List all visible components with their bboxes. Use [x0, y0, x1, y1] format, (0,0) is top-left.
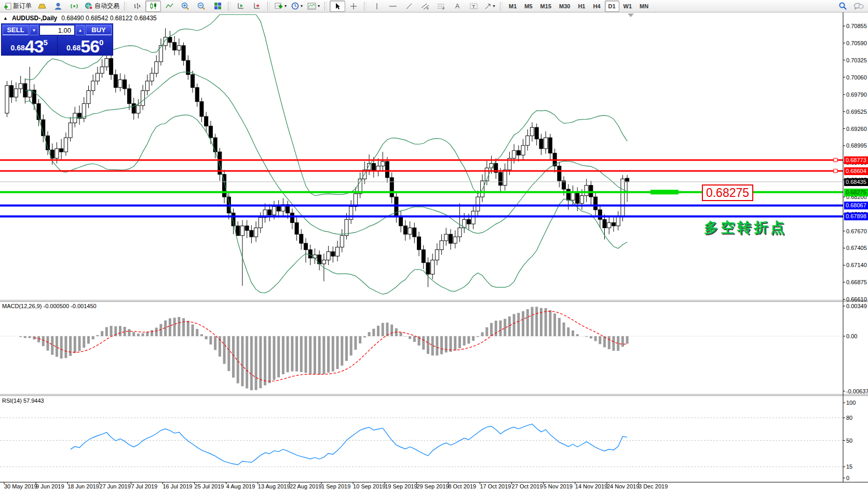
one-click-trading-panel: SELL ▼ 1.00 ▲ BUY 0.68 43 5 0.68 56 0	[1, 23, 113, 56]
sell-price-big: 43	[25, 38, 44, 54]
buy-button[interactable]: BUY	[86, 25, 112, 35]
volume-input[interactable]: 1.00	[39, 25, 75, 35]
arrow-up-icon: ▲	[78, 28, 83, 33]
arrow-down-icon: ▼	[32, 28, 36, 33]
buy-price-pip: 0	[99, 38, 103, 47]
chart-canvas[interactable]	[0, 0, 868, 490]
buy-price[interactable]: 0.68 56 0	[58, 36, 113, 55]
buy-price-prefix: 0.68	[66, 44, 80, 52]
sell-price-pip: 5	[44, 38, 48, 47]
mt4-window: 新订单 自动交易	[0, 0, 868, 490]
sell-button[interactable]: SELL	[3, 25, 29, 35]
buy-price-big: 56	[80, 38, 99, 54]
sell-price[interactable]: 0.68 43 5	[2, 36, 58, 55]
volume-up-button[interactable]: ▲	[76, 25, 85, 35]
sell-price-prefix: 0.68	[11, 44, 25, 52]
volume-down-button[interactable]: ▼	[30, 25, 38, 35]
